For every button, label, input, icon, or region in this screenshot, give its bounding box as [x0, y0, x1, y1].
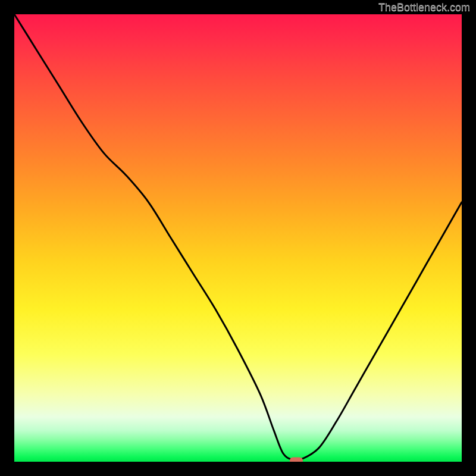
plot-area	[14, 14, 462, 462]
credit-watermark: TheBottleneck.com	[378, 1, 470, 14]
curve-layer	[14, 14, 462, 462]
optimum-marker	[290, 457, 303, 462]
chart-frame: TheBottleneck.com	[0, 0, 476, 476]
bottleneck-curve	[14, 14, 462, 461]
